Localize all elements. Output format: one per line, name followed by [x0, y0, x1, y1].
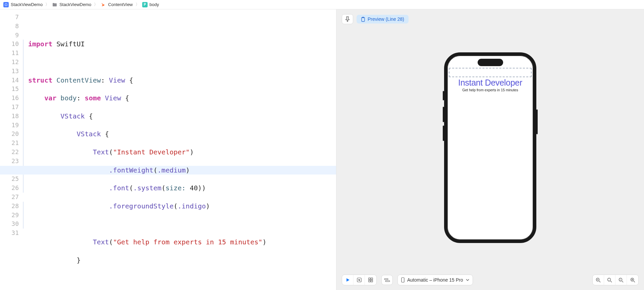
play-icon	[346, 278, 350, 282]
svg-rect-8	[384, 279, 388, 280]
zoom-fit-icon	[607, 278, 612, 283]
grid-icon	[368, 278, 373, 282]
side-button	[443, 126, 444, 141]
clipboard-icon	[361, 17, 365, 22]
breadcrumb-file[interactable]: ContentView	[108, 2, 132, 7]
variants-button[interactable]	[365, 275, 376, 285]
folder-icon	[52, 2, 57, 7]
cursor-icon	[357, 278, 362, 282]
zoom-100-icon: 1	[619, 278, 624, 283]
svg-rect-4	[369, 278, 370, 280]
project-icon	[3, 2, 9, 7]
breadcrumb-project[interactable]: StackViewDemo	[11, 2, 43, 7]
preview-subtitle-text: Get help from experts in 15 minutes	[447, 88, 533, 92]
side-button	[443, 91, 444, 100]
iphone-frame: Instant Developer Get help from experts …	[444, 52, 536, 243]
change-bar	[22, 9, 25, 290]
padding-selection-outline	[449, 68, 532, 77]
zoom-in-button[interactable]	[627, 275, 638, 285]
breadcrumb: StackViewDemo 〉 StackViewDemo 〉 ContentV…	[0, 0, 644, 9]
svg-line-12	[599, 281, 600, 282]
svg-rect-9	[385, 281, 390, 282]
svg-rect-5	[371, 278, 373, 280]
preview-chip[interactable]: Preview (Line 28)	[357, 15, 409, 23]
line-gutter: 7891011121314151617181920212223242526272…	[0, 9, 22, 290]
preview-panel: Preview (Line 28) Instant Developer Get …	[336, 9, 644, 290]
chevron-right-icon: 〉	[94, 2, 98, 7]
preview-title-text: Instant Developer	[447, 78, 533, 88]
device-selector[interactable]: Automatic – iPhone 15 Pro	[397, 275, 473, 285]
breadcrumb-symbol[interactable]: body	[150, 2, 159, 7]
live-preview-button[interactable]	[342, 275, 354, 285]
dynamic-island	[478, 59, 503, 66]
zoom-actual-button[interactable]: 1	[615, 275, 627, 285]
main-split: 7891011121314151617181920212223242526272…	[0, 9, 644, 290]
preview-canvas[interactable]: Instant Developer Get help from experts …	[336, 24, 644, 271]
svg-rect-7	[371, 280, 373, 282]
zoom-in-icon	[630, 278, 635, 283]
property-icon: P	[142, 2, 148, 7]
code-content[interactable]: import SwiftUI struct ContentView: View …	[25, 9, 336, 290]
side-button	[443, 107, 444, 122]
chevron-right-icon: 〉	[45, 2, 49, 7]
selectable-preview-button[interactable]	[354, 275, 365, 285]
device-settings-button[interactable]	[381, 275, 393, 285]
svg-rect-10	[401, 278, 404, 282]
side-button	[536, 109, 538, 134]
zoom-out-icon	[596, 278, 601, 283]
pin-icon	[345, 16, 350, 22]
preview-mode-group	[342, 275, 377, 285]
svg-rect-6	[369, 280, 370, 282]
breadcrumb-target[interactable]: StackViewDemo	[59, 2, 91, 7]
svg-point-14	[608, 278, 611, 281]
chevron-right-icon: 〉	[136, 2, 140, 7]
svg-line-15	[610, 281, 612, 282]
svg-text:1: 1	[620, 279, 621, 281]
zoom-fit-button[interactable]	[604, 275, 615, 285]
svg-rect-0	[4, 3, 8, 7]
zoom-group: 1	[592, 275, 639, 285]
device-label: Automatic – iPhone 15 Pro	[407, 277, 463, 283]
svg-line-17	[622, 281, 623, 282]
zoom-out-button[interactable]	[593, 275, 604, 285]
chevron-down-icon	[466, 279, 469, 281]
phone-icon	[401, 277, 405, 283]
swift-icon	[101, 2, 106, 7]
code-editor[interactable]: 7891011121314151617181920212223242526272…	[0, 9, 336, 290]
svg-line-20	[634, 281, 635, 282]
pin-button[interactable]	[342, 14, 353, 24]
settings-icon	[384, 278, 390, 282]
preview-chip-label: Preview (Line 28)	[368, 16, 404, 22]
